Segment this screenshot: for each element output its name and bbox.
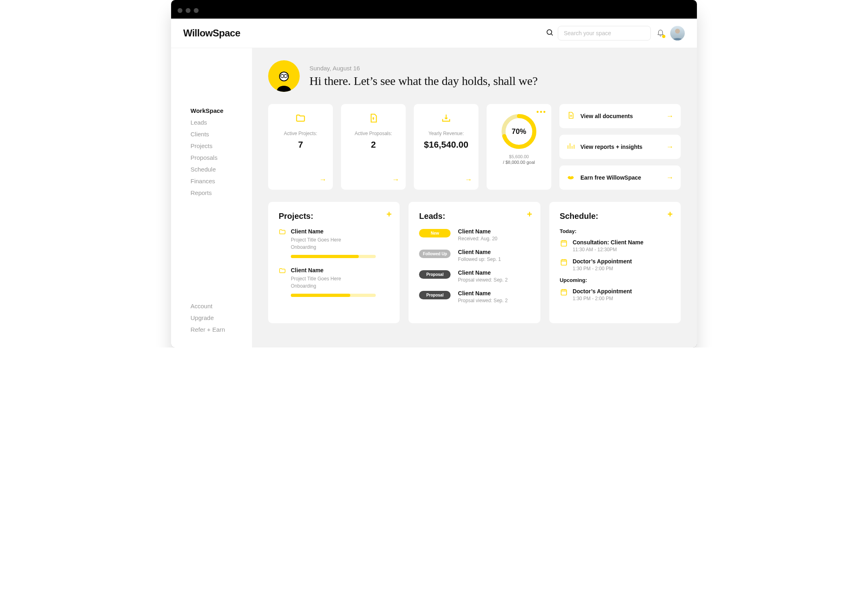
schedule-time: 1:30 PM - 2:00 PM xyxy=(573,266,632,271)
add-project-button[interactable]: + xyxy=(386,209,392,220)
link-view-reports[interactable]: View reports + insights → xyxy=(559,135,681,159)
notifications-icon[interactable] xyxy=(656,28,665,38)
sidebar-item-projects[interactable]: Projects xyxy=(191,140,252,152)
sidebar-item-workspace[interactable]: WorkSpace xyxy=(191,105,252,117)
lead-badge: Proposal xyxy=(419,270,451,279)
greeting: Sunday, August 16 Hi there. Let’s see wh… xyxy=(268,60,681,92)
link-view-documents[interactable]: View all documents → xyxy=(559,104,681,128)
card-active-projects[interactable]: Active Projects: 7 → xyxy=(268,104,333,190)
brand-logo: WillowSpace xyxy=(183,28,240,39)
add-schedule-button[interactable]: + xyxy=(667,209,673,220)
project-item[interactable]: Client Name Project Title Goes Here Onbo… xyxy=(279,267,389,297)
link-label: Earn free WillowSpace xyxy=(580,174,661,181)
folder-icon xyxy=(295,113,306,125)
schedule-today-label: Today: xyxy=(560,228,670,234)
sidebar-item-leads[interactable]: Leads xyxy=(191,117,252,128)
nav-main: WorkSpace Leads Clients Projects Proposa… xyxy=(191,105,252,199)
lead-badge: New xyxy=(419,229,451,237)
greeting-date: Sunday, August 16 xyxy=(309,65,538,72)
greeting-avatar xyxy=(268,60,300,92)
folder-icon xyxy=(279,267,286,297)
document-dollar-icon xyxy=(368,113,379,125)
arrow-right-icon: → xyxy=(666,112,673,121)
project-client: Client Name xyxy=(291,267,376,273)
sidebar-item-finances[interactable]: Finances xyxy=(191,175,252,187)
card-yearly-revenue[interactable]: Yearly Revenue: $16,540.00 → xyxy=(414,104,478,190)
stat-label: Yearly Revenue: xyxy=(428,131,464,136)
project-progress xyxy=(291,294,376,297)
goal-donut: 70% xyxy=(500,113,538,150)
document-icon xyxy=(567,111,575,121)
arrow-right-icon: → xyxy=(319,176,326,184)
arrow-right-icon: → xyxy=(392,176,399,184)
svg-rect-9 xyxy=(561,241,566,246)
more-icon[interactable]: ••• xyxy=(536,108,546,117)
sidebar-item-reports[interactable]: Reports xyxy=(191,187,252,199)
window-controls xyxy=(171,8,697,19)
svg-point-2 xyxy=(675,29,680,34)
inbox-download-icon xyxy=(441,113,451,125)
calendar-icon xyxy=(560,239,568,252)
schedule-item[interactable]: Doctor’s Appointment 1:30 PM - 2:00 PM xyxy=(560,258,670,271)
lead-item[interactable]: Proposal Client Name Propsal viewed: Sep… xyxy=(419,269,529,283)
panel-title: Leads: xyxy=(419,212,529,221)
goal-current: $5,600.00 xyxy=(509,154,529,159)
project-title: Project Title Goes Here xyxy=(291,236,376,244)
lead-name: Client Name xyxy=(458,269,508,276)
sidebar-item-upgrade[interactable]: Upgrade xyxy=(191,312,252,324)
card-active-proposals[interactable]: Active Proposals: 2 → xyxy=(341,104,406,190)
lead-item[interactable]: Proposal Client Name Propsal viewed: Sep… xyxy=(419,290,529,303)
add-lead-button[interactable]: + xyxy=(527,209,532,220)
svg-line-1 xyxy=(551,34,553,36)
link-earn[interactable]: Earn free WillowSpace → xyxy=(559,165,681,190)
hands-icon xyxy=(567,173,575,182)
sidebar-item-account[interactable]: Account xyxy=(191,300,252,312)
link-label: View reports + insights xyxy=(580,144,661,150)
schedule-name: Consultation: Client Name xyxy=(573,239,644,246)
chart-icon xyxy=(567,142,575,152)
stat-label: Active Projects: xyxy=(284,131,318,136)
panel-title: Projects: xyxy=(279,212,389,221)
sidebar: WorkSpace Leads Clients Projects Proposa… xyxy=(171,48,252,347)
lead-name: Client Name xyxy=(458,228,497,235)
avatar[interactable] xyxy=(670,26,685,40)
panel-title: Schedule: xyxy=(560,212,670,221)
lead-item[interactable]: New Client Name Received: Aug. 20 xyxy=(419,228,529,242)
goal-percent: 70% xyxy=(500,113,538,150)
lead-item[interactable]: Followed Up Client Name Followed up: Sep… xyxy=(419,249,529,262)
calendar-icon xyxy=(560,288,568,301)
lead-sub: Followed up: Sep. 1 xyxy=(458,256,501,262)
stat-value: 2 xyxy=(371,140,376,150)
lead-name: Client Name xyxy=(458,249,501,255)
panel-projects: + Projects: Client Name Project Title Go… xyxy=(268,202,400,323)
project-stage: Onboarding xyxy=(291,282,376,290)
folder-icon xyxy=(279,228,286,258)
link-label: View all documents xyxy=(580,113,661,119)
stat-label: Active Proposals: xyxy=(355,131,392,136)
main: Sunday, August 16 Hi there. Let’s see wh… xyxy=(252,48,697,347)
search-icon[interactable] xyxy=(546,28,554,38)
schedule-name: Doctor’s Appointment xyxy=(573,258,632,265)
schedule-time: 11:30 AM - 12:30PM xyxy=(573,247,644,252)
sidebar-item-schedule[interactable]: Schedule xyxy=(191,163,252,175)
stat-value: 7 xyxy=(298,140,303,150)
project-stage: Onboarding xyxy=(291,244,376,251)
arrow-right-icon: → xyxy=(465,176,472,184)
lead-sub: Received: Aug. 20 xyxy=(458,236,497,242)
schedule-item[interactable]: Consultation: Client Name 11:30 AM - 12:… xyxy=(560,239,670,252)
project-item[interactable]: Client Name Project Title Goes Here Onbo… xyxy=(279,228,389,258)
svg-point-0 xyxy=(547,30,552,34)
panel-schedule: + Schedule: Today: Consultation: Client … xyxy=(549,202,681,323)
project-client: Client Name xyxy=(291,228,376,235)
sidebar-item-refer[interactable]: Refer + Earn xyxy=(191,324,252,335)
schedule-item[interactable]: Doctor’s Appointment 1:30 PM - 2:00 PM xyxy=(560,288,670,301)
goal-target: / $8,000.00 goal xyxy=(503,160,535,165)
lead-badge: Proposal xyxy=(419,291,451,299)
sidebar-item-proposals[interactable]: Proposals xyxy=(191,152,252,163)
sidebar-item-clients[interactable]: Clients xyxy=(191,128,252,140)
calendar-icon xyxy=(560,258,568,271)
lead-sub: Propsal viewed: Sep. 2 xyxy=(458,298,508,303)
search-input[interactable] xyxy=(558,26,651,40)
lead-badge: Followed Up xyxy=(419,250,451,258)
card-goal[interactable]: ••• 70% $5,600.00 / $8,000.00 goal xyxy=(487,104,551,190)
